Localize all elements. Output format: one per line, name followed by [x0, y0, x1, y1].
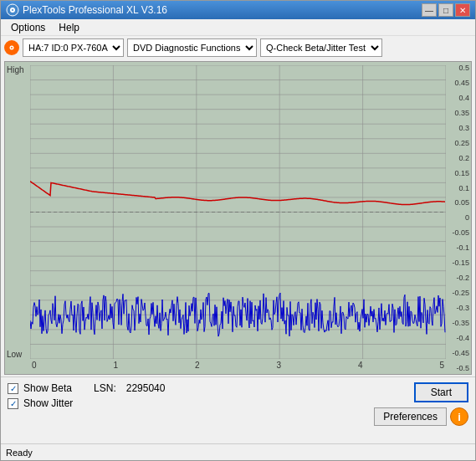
- toolbar: HA:7 ID:0 PX-760A DVD Diagnostic Functio…: [1, 36, 475, 59]
- buttons-right: Start Preferences i: [374, 382, 468, 426]
- show-jitter-checkbox[interactable]: ✓: [8, 398, 18, 409]
- bottom-panel: ✓ Show Beta LSN: 2295040 ✓ Show Jitter S…: [1, 376, 475, 443]
- show-beta-checkbox[interactable]: ✓: [8, 383, 18, 394]
- show-jitter-row: ✓ Show Jitter: [8, 397, 165, 409]
- chart-canvas: [30, 65, 446, 359]
- start-button[interactable]: Start: [414, 382, 468, 402]
- chart-container: High Low 0.5 0.45 0.4 0.35 0.3 0.25 0.2 …: [4, 61, 472, 375]
- y-axis-right: 0.5 0.45 0.4 0.35 0.3 0.25 0.2 0.15 0.1 …: [446, 62, 471, 374]
- drive-select-area: HA:7 ID:0 PX-760A: [4, 38, 124, 57]
- window-title: PlexTools Professional XL V3.16: [23, 4, 422, 16]
- info-button[interactable]: i: [450, 407, 468, 426]
- title-bar: PlexTools Professional XL V3.16 — □ ✕: [1, 1, 475, 19]
- lsn-label: LSN:: [94, 382, 116, 394]
- preferences-button[interactable]: Preferences: [374, 407, 447, 426]
- show-jitter-label: Show Jitter: [23, 397, 73, 409]
- prefs-info-row: Preferences i: [374, 407, 468, 426]
- svg-point-5: [11, 47, 13, 49]
- chart-area: High Low 0.5 0.45 0.4 0.35 0.3 0.25 0.2 …: [1, 59, 475, 376]
- drive-icon: [4, 40, 19, 55]
- menu-help[interactable]: Help: [52, 20, 86, 35]
- drive-dropdown[interactable]: HA:7 ID:0 PX-760A: [23, 38, 124, 57]
- chart-inner: [30, 65, 446, 359]
- minimize-button[interactable]: —: [422, 3, 437, 17]
- test-dropdown[interactable]: Q-Check Beta/Jitter Test: [260, 38, 382, 57]
- show-beta-row: ✓ Show Beta LSN: 2295040: [8, 382, 165, 394]
- y-low-label: Low: [7, 350, 22, 359]
- menu-options[interactable]: Options: [4, 20, 52, 35]
- x-axis-labels: 0 1 2 3 4 5: [30, 361, 446, 374]
- y-high-label: High: [7, 65, 24, 74]
- app-icon: [6, 3, 19, 17]
- main-window: PlexTools Professional XL V3.16 — □ ✕ Op…: [0, 0, 476, 461]
- lsn-value: 2295040: [126, 382, 166, 394]
- close-button[interactable]: ✕: [455, 3, 470, 17]
- maximize-button[interactable]: □: [438, 3, 453, 17]
- function-dropdown[interactable]: DVD Diagnostic Functions: [127, 38, 257, 57]
- status-bar: Ready: [1, 443, 475, 460]
- svg-point-2: [12, 9, 13, 11]
- checkboxes-area: ✓ Show Beta LSN: 2295040 ✓ Show Jitter: [8, 382, 165, 409]
- status-text: Ready: [6, 448, 33, 458]
- show-beta-label: Show Beta: [23, 382, 72, 394]
- window-controls: — □ ✕: [422, 3, 470, 17]
- menu-bar: Options Help: [1, 19, 475, 36]
